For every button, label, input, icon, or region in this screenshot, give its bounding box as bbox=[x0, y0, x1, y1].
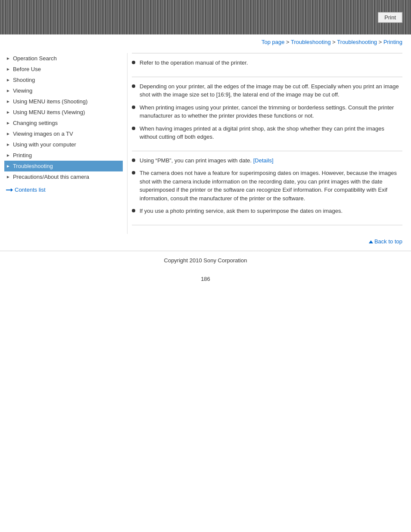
bullet-list: Depending on your printer, all the edges… bbox=[132, 82, 402, 141]
bullet-icon bbox=[132, 84, 135, 88]
content-area: Refer to the operation manual of the pri… bbox=[127, 53, 411, 234]
bullet-list: Refer to the operation manual of the pri… bbox=[132, 59, 402, 67]
sidebar-item-changing-settings[interactable]: ►Changing settings bbox=[4, 118, 123, 128]
sidebar: ►Operation Search►Before Use►Shooting►Vi… bbox=[0, 53, 127, 234]
list-item-text: The camera does not have a feature for s… bbox=[140, 169, 402, 202]
bullet-icon bbox=[132, 106, 135, 109]
arrow-icon: ► bbox=[6, 78, 10, 82]
back-to-top-icon bbox=[369, 240, 373, 243]
sidebar-item-label: Shooting bbox=[13, 77, 35, 83]
arrow-icon: ► bbox=[6, 174, 10, 179]
sidebar-item-label: Viewing images on a TV bbox=[13, 131, 73, 137]
contents-list-link[interactable]: Contents list bbox=[4, 184, 123, 196]
arrow-icon: ► bbox=[6, 131, 10, 136]
contents-list-label: Contents list bbox=[15, 187, 46, 193]
sidebar-item-operation-search[interactable]: ►Operation Search bbox=[4, 53, 123, 64]
list-item: If you use a photo printing service, ask… bbox=[132, 207, 402, 215]
sidebar-item-using-computer[interactable]: ►Using with your computer bbox=[4, 139, 123, 150]
list-item: Using “PMB”, you can print images with d… bbox=[132, 156, 402, 165]
sidebar-item-viewing-images-tv[interactable]: ►Viewing images on a TV bbox=[4, 128, 123, 139]
arrow-icon: ► bbox=[6, 99, 10, 104]
section-section3: Using “PMB”, you can print images with d… bbox=[132, 151, 402, 225]
back-to-top-link[interactable]: Back to top bbox=[369, 238, 402, 245]
sidebar-item-troubleshooting[interactable]: ►Troubleshooting bbox=[4, 161, 123, 171]
copyright-text: Copyright 2010 Sony Corporation bbox=[164, 257, 247, 264]
sidebar-item-precautions[interactable]: ►Precautions/About this camera bbox=[4, 171, 123, 182]
breadcrumb-troubleshooting2[interactable]: Troubleshooting bbox=[337, 39, 377, 45]
sidebar-item-label: Operation Search bbox=[13, 55, 57, 62]
arrow-icon: ► bbox=[6, 67, 10, 72]
list-item: The camera does not have a feature for s… bbox=[132, 169, 402, 202]
sidebar-item-shooting[interactable]: ►Shooting bbox=[4, 75, 123, 85]
breadcrumb-troubleshooting1[interactable]: Troubleshooting bbox=[291, 39, 331, 45]
header-bar: Print bbox=[0, 0, 411, 34]
sidebar-item-label: Troubleshooting bbox=[13, 163, 53, 169]
sidebar-item-label: Using MENU items (Shooting) bbox=[13, 98, 87, 105]
sidebar-item-using-menu-shooting[interactable]: ►Using MENU items (Shooting) bbox=[4, 96, 123, 107]
sidebar-item-viewing[interactable]: ►Viewing bbox=[4, 85, 123, 96]
list-item-text: When printing images using your printer,… bbox=[140, 103, 402, 120]
breadcrumb-top-page[interactable]: Top page bbox=[262, 39, 285, 45]
sidebar-item-before-use[interactable]: ►Before Use bbox=[4, 64, 123, 75]
sidebar-item-label: Using with your computer bbox=[13, 141, 76, 148]
arrow-icon: ► bbox=[6, 142, 10, 147]
print-button[interactable]: Print bbox=[378, 12, 402, 23]
list-item-text: Depending on your printer, all the edges… bbox=[140, 82, 402, 99]
sidebar-item-label: Using MENU items (Viewing) bbox=[13, 109, 85, 115]
bullet-icon bbox=[132, 159, 135, 162]
bullet-list: Using “PMB”, you can print images with d… bbox=[132, 156, 402, 215]
breadcrumb: Top page > Troubleshooting > Troubleshoo… bbox=[0, 34, 411, 49]
breadcrumb-printing[interactable]: Printing bbox=[383, 39, 402, 45]
section-section1: Refer to the operation manual of the pri… bbox=[132, 53, 402, 77]
footer: Copyright 2010 Sony Corporation bbox=[0, 251, 411, 267]
bullet-icon bbox=[132, 127, 135, 130]
sidebar-item-label: Before Use bbox=[13, 66, 41, 72]
bullet-icon bbox=[132, 61, 135, 64]
arrow-icon: ► bbox=[6, 164, 10, 168]
list-item-text: Refer to the operation manual of the pri… bbox=[140, 59, 248, 67]
list-item-text: If you use a photo printing service, ask… bbox=[140, 207, 342, 215]
list-item-text: Using “PMB”, you can print images with d… bbox=[140, 156, 274, 165]
bullet-icon bbox=[132, 209, 135, 212]
sidebar-item-label: Printing bbox=[13, 152, 32, 159]
sidebar-item-printing[interactable]: ►Printing bbox=[4, 150, 123, 161]
list-item: Depending on your printer, all the edges… bbox=[132, 82, 402, 99]
back-to-top-label: Back to top bbox=[374, 238, 402, 245]
list-item: When printing images using your printer,… bbox=[132, 103, 402, 120]
list-item: When having images printed at a digital … bbox=[132, 124, 402, 141]
sidebar-item-using-menu-viewing[interactable]: ►Using MENU items (Viewing) bbox=[4, 107, 123, 118]
details-link[interactable]: [Details] bbox=[253, 157, 274, 164]
sidebar-item-label: Precautions/About this camera bbox=[13, 174, 89, 180]
main-layout: ►Operation Search►Before Use►Shooting►Vi… bbox=[0, 49, 411, 234]
bullet-icon bbox=[132, 171, 135, 174]
sidebar-item-label: Viewing bbox=[13, 87, 32, 94]
contents-list-arrow-icon bbox=[6, 188, 13, 192]
arrow-icon: ► bbox=[6, 88, 10, 93]
list-item-text: When having images printed at a digital … bbox=[140, 124, 402, 141]
back-to-top-row: Back to top bbox=[0, 234, 411, 246]
sidebar-item-label: Changing settings bbox=[13, 120, 58, 126]
list-item: Refer to the operation manual of the pri… bbox=[132, 59, 402, 67]
page-number: 186 bbox=[0, 267, 411, 286]
section-section2: Depending on your printer, all the edges… bbox=[132, 77, 402, 151]
arrow-icon: ► bbox=[6, 56, 10, 61]
arrow-icon: ► bbox=[6, 110, 10, 115]
arrow-icon: ► bbox=[6, 121, 10, 125]
arrow-icon: ► bbox=[6, 153, 10, 158]
